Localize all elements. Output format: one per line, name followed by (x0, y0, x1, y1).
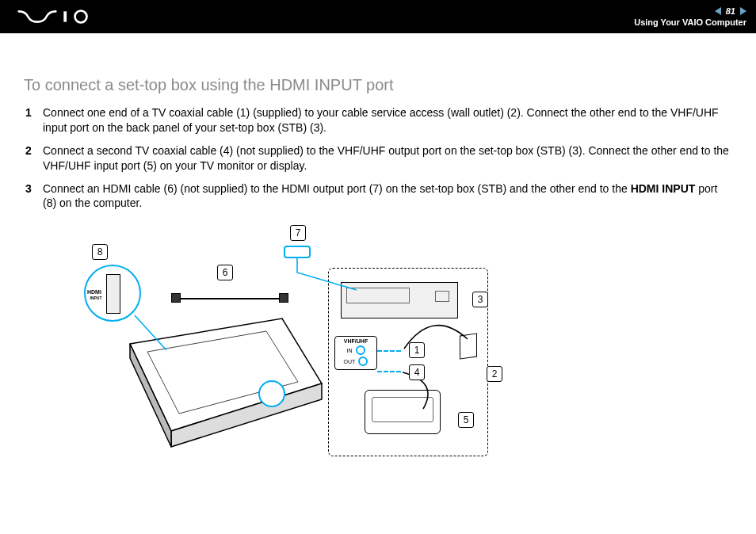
vaio-logo-svg (17, 9, 97, 25)
hdmi-plug-right (279, 293, 288, 303)
svg-point-1 (75, 11, 87, 23)
vhfuhf-detail: VHF/UHF IN OUT (334, 336, 377, 370)
hdmi-cable (178, 298, 281, 299)
coax-out-icon (358, 357, 368, 366)
hdmi-plug-left (171, 293, 181, 303)
diagram-label-1: 1 (409, 342, 425, 358)
step-item: Connect one end of a TV coaxial cable (1… (24, 105, 732, 135)
page-title: To connect a set-top box using the HDMI … (24, 76, 732, 94)
diagram-label-6: 6 (217, 265, 233, 280)
content: To connect a set-top box using the HDMI … (0, 33, 756, 463)
diagram-label-3: 3 (472, 292, 488, 307)
vhfuhf-title: VHF/UHF (335, 338, 376, 344)
page-number: 81 (726, 6, 735, 16)
dashed-line-in (377, 350, 401, 352)
vhfuhf-out-label: OUT (344, 359, 356, 364)
connection-diagram: VHF/UHF IN OUT (92, 225, 544, 463)
diagram-label-8: 8 (92, 244, 108, 260)
step-item: Connect a second TV coaxial cable (4) (n… (24, 143, 732, 174)
diagram-label-4: 4 (409, 364, 425, 380)
dashed-line-out (377, 371, 401, 372)
step-text-prefix: Connect an HDMI cable (6) (not supplied)… (43, 182, 631, 195)
callout-line-7 (296, 257, 360, 296)
nav-prev-icon[interactable] (715, 7, 721, 15)
vaio-logo (17, 9, 97, 25)
callout-line-8 (132, 312, 179, 360)
nav-next-icon[interactable] (740, 7, 746, 15)
coax-in-icon (356, 345, 365, 355)
svg-rect-0 (63, 11, 67, 21)
step-item: Connect an HDMI cable (6) (not supplied)… (24, 181, 732, 212)
page-nav: 81 (715, 6, 746, 16)
diagram-label-5: 5 (458, 412, 474, 428)
hdmi-input-label: HDMI INPUT (84, 288, 108, 300)
diagram-label-2: 2 (487, 366, 502, 382)
step-text: Connect a second TV coaxial cable (4) (n… (43, 144, 729, 172)
steps-list: Connect one end of a TV coaxial cable (1… (24, 105, 732, 211)
svg-text:HDMI: HDMI (87, 289, 101, 295)
diagram-label-7: 7 (290, 225, 306, 241)
vhfuhf-in-label: IN (347, 348, 353, 353)
step-text-bold: HDMI INPUT (631, 182, 696, 195)
header-bar: 81 Using Your VAIO Computer (0, 0, 756, 33)
header-right: 81 Using Your VAIO Computer (634, 6, 746, 27)
step-text: Connect one end of a TV coaxial cable (1… (43, 106, 719, 134)
section-label: Using Your VAIO Computer (634, 17, 746, 27)
